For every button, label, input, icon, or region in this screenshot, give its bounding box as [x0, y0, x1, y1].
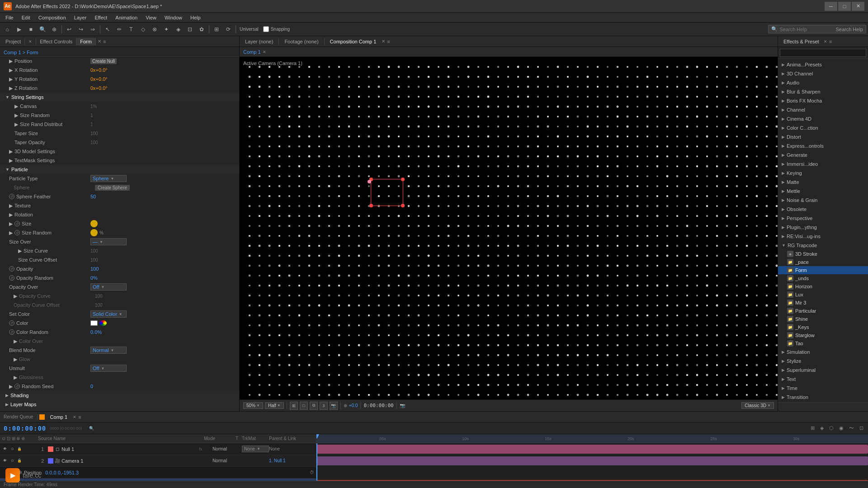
- clone-tool[interactable]: ✦: [161, 24, 172, 34]
- str-size-random-value[interactable]: 1: [90, 113, 236, 118]
- grid-button[interactable]: ⊞: [290, 402, 298, 410]
- tl-draft-btn[interactable]: ⬡: [828, 425, 835, 431]
- size-over-dropdown[interactable]: — ▼: [90, 238, 127, 245]
- effect-category-25[interactable]: ▶Time: [778, 384, 868, 393]
- forward-button[interactable]: ⇒: [87, 24, 98, 34]
- effect-item-20-9[interactable]: 📁_Keys: [778, 323, 868, 331]
- effect-category-2[interactable]: ▶Audio: [778, 78, 868, 87]
- size-random-slider[interactable]: [90, 229, 98, 236]
- effect-category-14[interactable]: ▶Mettle: [778, 187, 868, 196]
- pen-tool[interactable]: ✏: [114, 24, 125, 34]
- z-rot-expand[interactable]: ▶: [9, 85, 13, 91]
- random-seed-value[interactable]: 0: [90, 384, 236, 389]
- work-area[interactable]: [316, 434, 868, 443]
- effect-category-22[interactable]: ▶Stylize: [778, 357, 868, 366]
- menu-composition[interactable]: Composition: [35, 14, 70, 21]
- renderer-control[interactable]: Classic 3D ▼: [741, 402, 774, 409]
- tab-form-close[interactable]: ✕: [98, 39, 101, 44]
- opacity-random-value[interactable]: 0%: [90, 275, 236, 281]
- layer-1-parent[interactable]: None: [269, 446, 314, 451]
- size-curve-offset-value[interactable]: 100: [90, 258, 236, 263]
- transparency-button[interactable]: ⧉: [310, 402, 318, 410]
- select-tool[interactable]: ↖: [102, 24, 113, 34]
- position-sub-stopwatch[interactable]: ⏱: [310, 470, 314, 475]
- menu-file[interactable]: File: [2, 14, 17, 21]
- effect-category-16[interactable]: ▶Obsolete: [778, 205, 868, 214]
- effect-item-20-0[interactable]: ◈3D Stroke: [778, 250, 868, 258]
- color-random-stopwatch[interactable]: ⏱: [9, 329, 14, 335]
- eraser-tool[interactable]: ◈: [173, 24, 184, 34]
- menu-effect[interactable]: Effect: [91, 14, 111, 21]
- layer-1-trkmat-dropdown[interactable]: None ▼: [242, 446, 269, 452]
- viewer-tab-close[interactable]: ✕: [382, 39, 385, 44]
- zoom-button[interactable]: ⊕: [49, 24, 60, 34]
- layer-2-mode[interactable]: Normal: [204, 458, 236, 463]
- puppet-tool[interactable]: ✿: [196, 24, 207, 34]
- effect-item-20-10[interactable]: 📁Starglow: [778, 331, 868, 339]
- snapping-checkbox[interactable]: [263, 26, 269, 32]
- brush-tool[interactable]: ⊗: [149, 24, 160, 34]
- effect-category-6[interactable]: ▶Cinema 4D: [778, 114, 868, 123]
- tab-close-project[interactable]: ✕: [25, 38, 36, 45]
- 3d-view-button[interactable]: 3: [320, 402, 328, 410]
- position-sub-value[interactable]: 0.0,0.0,-1951.3: [45, 470, 79, 475]
- rotation-tool[interactable]: ⟳: [223, 24, 234, 34]
- effect-item-20-8[interactable]: 📁Shine: [778, 315, 868, 323]
- shading-header[interactable]: ▶ Shading: [0, 391, 239, 400]
- layer-1-lock[interactable]: 🔒: [16, 446, 23, 452]
- position-value[interactable]: Create Null: [90, 58, 236, 64]
- timeline-comp-tab[interactable]: Comp 1: [47, 413, 71, 421]
- effects-preset-tab[interactable]: Effects & Preset: [780, 38, 823, 45]
- track-bar-2[interactable]: [316, 456, 868, 465]
- layer-1-mode[interactable]: Normal: [204, 446, 236, 451]
- maximize-button[interactable]: □: [838, 2, 851, 11]
- size-curve-value[interactable]: 100: [90, 249, 236, 253]
- sphere-feather-stopwatch[interactable]: ⏱: [9, 194, 14, 199]
- blend-mode-dropdown[interactable]: Normal ▼: [90, 347, 127, 354]
- effect-category-3[interactable]: ▶Blur & Sharpen: [778, 87, 868, 96]
- x-rotation-value[interactable]: 0x+0.0°: [90, 67, 236, 73]
- tl-motion-blur-btn[interactable]: ◉: [838, 425, 844, 431]
- search-input[interactable]: [779, 27, 834, 32]
- effect-category-10[interactable]: ▶Generate: [778, 150, 868, 160]
- effect-category-13[interactable]: ▶Matte: [778, 178, 868, 187]
- text-tool[interactable]: T: [126, 24, 137, 34]
- position-arrow[interactable]: ▶: [9, 58, 13, 64]
- search-button[interactable]: 🔍: [37, 24, 48, 34]
- safe-zones-button[interactable]: □: [300, 402, 308, 410]
- opacity-over-value[interactable]: Off ▼: [90, 283, 236, 291]
- effect-item-20-6[interactable]: 📁Mir 3: [778, 299, 868, 307]
- color-value[interactable]: [90, 320, 236, 326]
- comp-tab[interactable]: Comp 1: [243, 49, 261, 55]
- effect-category-0[interactable]: ▶Anima...Presets: [778, 60, 868, 69]
- color-swatch[interactable]: [90, 320, 98, 326]
- effect-category-7[interactable]: ▶Color C...ction: [778, 123, 868, 132]
- effect-category-19[interactable]: ▶RE:Visi...ug-ins: [778, 232, 868, 241]
- timeline-close-icon[interactable]: ✕: [73, 415, 76, 419]
- track-bar-3[interactable]: [316, 480, 868, 481]
- quality-control[interactable]: Half ▼: [265, 402, 284, 409]
- timeline-timecode[interactable]: 0:00:00:00: [4, 425, 46, 432]
- play-button[interactable]: ▶: [14, 24, 24, 34]
- tab-composition[interactable]: Composition Comp 1: [326, 38, 380, 45]
- layer-2-solo[interactable]: ⊙: [9, 458, 15, 464]
- effects-search-input[interactable]: [780, 49, 866, 57]
- layer-1-solo[interactable]: ⊙: [9, 446, 15, 452]
- color-cycle-icon[interactable]: [99, 320, 107, 326]
- effect-category-18[interactable]: ▶Plugin...ythng: [778, 223, 868, 232]
- color-stopwatch[interactable]: ⏱: [9, 320, 14, 326]
- unmult-value[interactable]: Off ▼: [90, 365, 236, 372]
- roto-tool[interactable]: ⊡: [184, 24, 195, 34]
- taper-opacity-value[interactable]: 100: [90, 140, 236, 145]
- size-random-stopwatch[interactable]: ⏱: [14, 230, 20, 235]
- effect-category-12[interactable]: ▶Keying: [778, 169, 868, 178]
- opacity-over-dropdown[interactable]: Off ▼: [90, 283, 127, 291]
- tab-layer[interactable]: Layer (none): [241, 38, 277, 45]
- effect-category-1[interactable]: ▶3D Channel: [778, 69, 868, 78]
- size-stopwatch[interactable]: ⏱: [14, 221, 20, 226]
- opacity-value[interactable]: 100: [90, 266, 236, 272]
- viewer-menu-icon[interactable]: ≡: [387, 39, 390, 44]
- effect-category-20[interactable]: ▼RG Trapcode: [778, 241, 868, 250]
- effects-close-icon[interactable]: ✕: [824, 39, 827, 44]
- particle-type-dropdown[interactable]: Sphere ▼: [90, 175, 127, 182]
